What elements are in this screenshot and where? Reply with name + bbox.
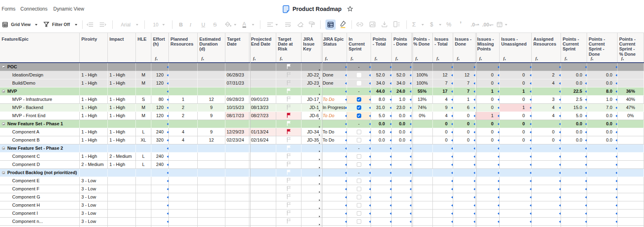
- svg-text:31: 31: [498, 24, 501, 27]
